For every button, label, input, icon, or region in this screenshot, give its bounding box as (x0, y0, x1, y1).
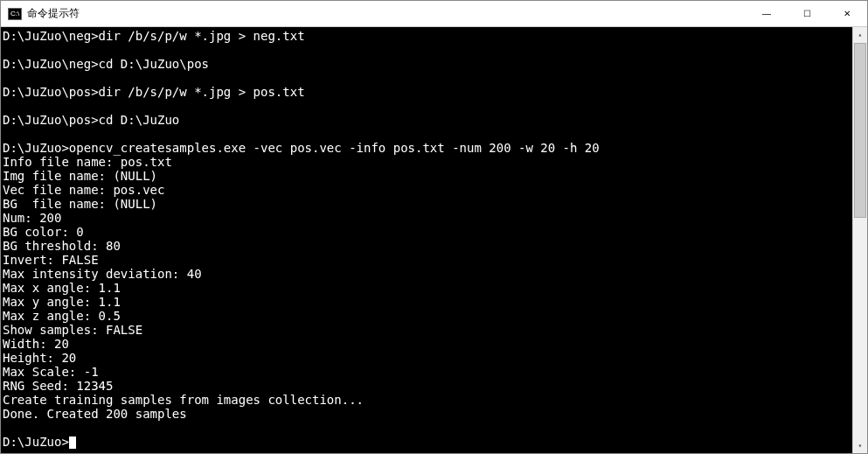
terminal-line: D:\JuZuo\pos>dir /b/s/p/w *.jpg > pos.tx… (3, 85, 851, 99)
close-button[interactable]: ✕ (827, 1, 867, 26)
command-prompt-window: C:\ 命令提示符 — ☐ ✕ D:\JuZuo\neg>dir /b/s/p/… (0, 0, 868, 454)
scrollbar[interactable]: ▴ ▾ (852, 27, 867, 453)
scroll-down-arrow[interactable]: ▾ (853, 438, 867, 453)
scroll-up-arrow[interactable]: ▴ (853, 27, 867, 42)
terminal-line (3, 127, 851, 141)
terminal-line: Info file name: pos.txt (3, 155, 851, 169)
minimize-button[interactable]: — (746, 1, 787, 26)
terminal-line: BG threshold: 80 (3, 239, 851, 253)
titlebar[interactable]: C:\ 命令提示符 — ☐ ✕ (1, 1, 867, 27)
maximize-button[interactable]: ☐ (787, 1, 827, 26)
terminal-line: BG file name: (NULL) (3, 197, 851, 211)
cursor (69, 437, 76, 449)
terminal-line: Max y angle: 1.1 (3, 295, 851, 309)
terminal-line: Create training samples from images coll… (3, 393, 851, 407)
terminal-line: Max x angle: 1.1 (3, 281, 851, 295)
terminal-line: Max Scale: -1 (3, 365, 851, 379)
scrollbar-thumb[interactable] (854, 43, 866, 218)
terminal-line: D:\JuZuo>opencv_createsamples.exe -vec p… (3, 141, 851, 155)
terminal-line: Invert: FALSE (3, 253, 851, 267)
terminal-line: RNG Seed: 12345 (3, 379, 851, 393)
terminal-line (3, 71, 851, 85)
terminal-line: D:\JuZuo\neg>dir /b/s/p/w *.jpg > neg.tx… (3, 29, 851, 43)
terminal-line: Max z angle: 0.5 (3, 309, 851, 323)
terminal-line: Height: 20 (3, 351, 851, 365)
terminal-line: Num: 200 (3, 211, 851, 225)
terminal-line: D:\JuZuo> (3, 435, 851, 449)
terminal-line (3, 43, 851, 57)
terminal-output[interactable]: D:\JuZuo\neg>dir /b/s/p/w *.jpg > neg.tx… (1, 27, 852, 453)
window-title: 命令提示符 (27, 6, 746, 21)
terminal-body: D:\JuZuo\neg>dir /b/s/p/w *.jpg > neg.tx… (1, 27, 867, 453)
window-controls: — ☐ ✕ (746, 1, 867, 26)
terminal-line: BG color: 0 (3, 225, 851, 239)
terminal-line: Img file name: (NULL) (3, 169, 851, 183)
terminal-line: D:\JuZuo\pos>cd D:\JuZuo (3, 113, 851, 127)
terminal-line (3, 99, 851, 113)
terminal-line: Show samples: FALSE (3, 323, 851, 337)
terminal-line (3, 421, 851, 435)
terminal-line: Max intensity deviation: 40 (3, 267, 851, 281)
app-icon: C:\ (8, 8, 22, 20)
terminal-line: Done. Created 200 samples (3, 407, 851, 421)
terminal-line: Vec file name: pos.vec (3, 183, 851, 197)
terminal-line: D:\JuZuo\neg>cd D:\JuZuo\pos (3, 57, 851, 71)
terminal-line: Width: 20 (3, 337, 851, 351)
